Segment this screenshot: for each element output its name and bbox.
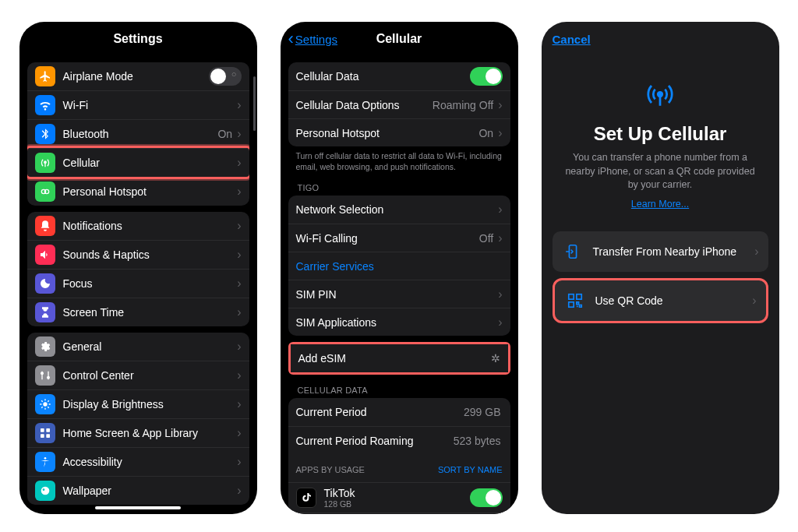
qr-label: Use QR Code <box>595 294 753 307</box>
row-personal-hotspot[interactable]: Personal Hotspot › <box>27 177 249 206</box>
settings-screen: Settings Airplane Mode ○ Wi-Fi › Bluetoo… <box>19 22 257 514</box>
chevron-right-icon: › <box>237 277 241 291</box>
row-app-instagram[interactable]: Instagram <box>288 513 510 514</box>
page-title: Cellular <box>376 32 422 46</box>
scroll-indicator[interactable] <box>253 76 256 131</box>
chevron-right-icon: › <box>498 203 502 217</box>
wifi-label: Wi-Fi <box>63 99 235 111</box>
chevron-left-icon: ‹ <box>288 30 294 48</box>
chevron-right-icon: › <box>237 127 241 141</box>
page-title: Settings <box>113 32 162 46</box>
controlcenter-icon <box>35 365 55 386</box>
learn-more-link[interactable]: Learn More... <box>542 199 779 210</box>
row-display[interactable]: Display & Brightness › <box>27 389 249 418</box>
accessibility-icon <box>35 452 55 472</box>
row-wifi-calling[interactable]: Wi-Fi Calling Off › <box>288 224 510 252</box>
svg-point-12 <box>42 488 44 491</box>
settings-group-general: General › Control Center › Display & Bri… <box>27 333 249 505</box>
back-button[interactable]: ‹ Settings <box>288 22 338 56</box>
row-accessibility[interactable]: Accessibility › <box>27 447 249 476</box>
option-use-qr-code[interactable]: Use QR Code › <box>553 278 768 323</box>
hotspot-label: Personal Hotspot <box>63 185 235 198</box>
row-current-period: Current Period 299 GB <box>288 398 510 426</box>
chevron-right-icon: › <box>237 248 241 262</box>
home-indicator[interactable] <box>95 506 181 509</box>
general-label: General <box>63 340 235 353</box>
focus-icon <box>35 273 55 294</box>
row-cellular-options[interactable]: Cellular Data Options Roaming Off › <box>288 90 510 118</box>
hotspot-icon <box>35 181 55 202</box>
row-notifications[interactable]: Notifications › <box>27 212 249 240</box>
airplane-toggle[interactable]: ○ <box>209 67 242 86</box>
cancel-button[interactable]: Cancel <box>553 22 591 56</box>
apps-by-usage-label: APPS BY USAGE <box>296 465 438 474</box>
transfer-icon <box>562 241 584 262</box>
chevron-right-icon: › <box>237 98 241 112</box>
row-sim-pin[interactable]: SIM PIN › <box>288 280 510 308</box>
cellular-data-toggle[interactable] <box>470 67 503 86</box>
row-sounds[interactable]: Sounds & Haptics › <box>27 240 249 269</box>
header: Settings <box>19 22 257 56</box>
svg-point-4 <box>47 376 49 379</box>
chevron-right-icon: › <box>498 231 502 245</box>
notifications-label: Notifications <box>63 220 235 232</box>
controlcenter-label: Control Center <box>63 369 235 382</box>
wallpaper-icon <box>35 481 55 501</box>
row-focus[interactable]: Focus › <box>27 269 249 298</box>
accessibility-label: Accessibility <box>63 456 235 468</box>
sim-pin-label: SIM PIN <box>296 288 496 301</box>
row-wifi[interactable]: Wi-Fi › <box>27 90 249 119</box>
group-data-usage: Current Period 299 GB Current Period Roa… <box>288 398 510 514</box>
antenna-icon <box>641 75 680 114</box>
chevron-right-icon: › <box>237 340 241 354</box>
option-transfer-nearby[interactable]: Transfer From Nearby iPhone › <box>553 231 768 272</box>
row-add-esim[interactable]: Add eSIM ✲ <box>291 344 508 372</box>
hotspot-value: On <box>478 127 493 139</box>
tiktok-toggle[interactable] <box>470 488 503 507</box>
wifi-calling-value: Off <box>479 232 493 245</box>
row-homescreen[interactable]: Home Screen & App Library › <box>27 418 249 447</box>
bluetooth-value: On <box>217 128 232 140</box>
tiktok-usage: 128 GB <box>324 499 355 509</box>
row-sim-applications[interactable]: SIM Applications › <box>288 308 510 336</box>
svg-rect-7 <box>46 428 50 432</box>
general-icon <box>35 336 55 357</box>
notifications-icon <box>35 216 55 236</box>
cellular-note: Turn off cellular data to restrict all d… <box>281 146 518 172</box>
wallpaper-label: Wallpaper <box>63 484 235 497</box>
row-screen-time[interactable]: Screen Time › <box>27 298 249 326</box>
cellular-icon <box>35 153 55 173</box>
row-airplane-mode[interactable]: Airplane Mode ○ <box>27 62 249 90</box>
row-wallpaper[interactable]: Wallpaper › <box>27 476 249 505</box>
group-tigo: Network Selection › Wi-Fi Calling Off › … <box>288 196 510 336</box>
sounds-icon <box>35 245 55 265</box>
row-app-tiktok[interactable]: TikTok 128 GB <box>288 482 510 513</box>
transfer-label: Transfer From Nearby iPhone <box>593 245 755 258</box>
row-bluetooth[interactable]: Bluetooth On › <box>27 119 249 148</box>
chevron-right-icon: › <box>237 156 241 170</box>
group-cellular-data: Cellular Data Cellular Data Options Roam… <box>288 62 510 146</box>
settings-group-connectivity: Airplane Mode ○ Wi-Fi › Bluetooth On › C… <box>27 62 249 206</box>
chevron-right-icon: › <box>237 397 241 411</box>
carrier-services-label: Carrier Services <box>296 260 503 273</box>
row-cellular[interactable]: Cellular › <box>27 148 249 177</box>
row-hotspot[interactable]: Personal Hotspot On › <box>288 118 510 146</box>
row-general[interactable]: General › <box>27 333 249 361</box>
qr-code-icon <box>564 290 586 312</box>
bluetooth-label: Bluetooth <box>63 128 218 140</box>
row-network-selection[interactable]: Network Selection › <box>288 196 510 224</box>
sort-button[interactable]: SORT BY NAME <box>438 465 503 474</box>
chevron-right-icon: › <box>237 484 241 498</box>
focus-label: Focus <box>63 277 235 290</box>
row-cellular-data[interactable]: Cellular Data <box>288 62 510 90</box>
chevron-right-icon: › <box>498 98 502 112</box>
section-tigo: TIGO <box>281 172 518 196</box>
svg-point-10 <box>44 457 46 460</box>
row-control-center[interactable]: Control Center › <box>27 361 249 389</box>
cellular-screen: ‹ Settings Cellular Cellular Data Cellul… <box>281 22 518 514</box>
row-carrier-services[interactable]: Carrier Services <box>288 252 510 280</box>
header: ‹ Settings Cellular <box>281 22 518 56</box>
chevron-right-icon: › <box>498 126 502 140</box>
svg-rect-8 <box>41 434 44 438</box>
setup-title: Set Up Cellular <box>557 123 764 145</box>
